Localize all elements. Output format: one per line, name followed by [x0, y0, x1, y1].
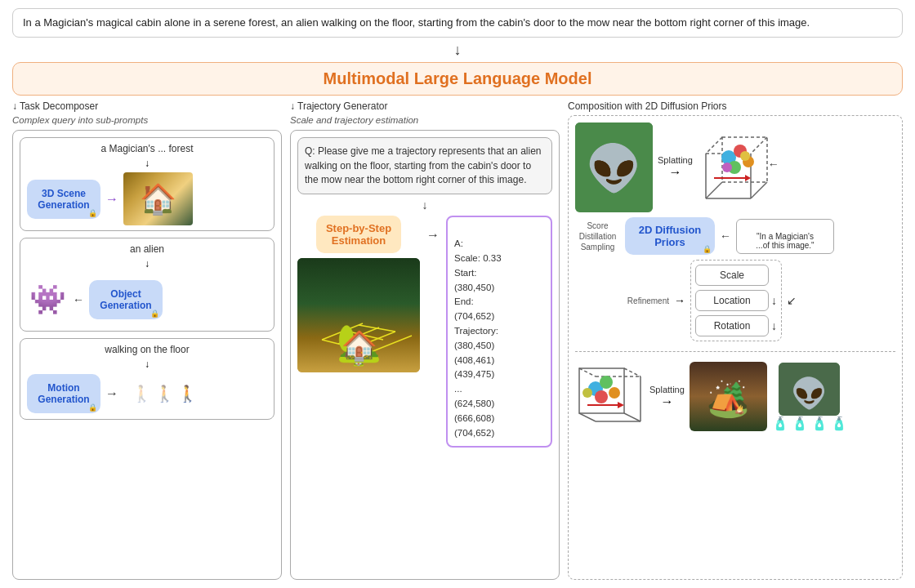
svg-text:🏕️: 🏕️	[707, 379, 750, 420]
svg-line-14	[751, 182, 767, 198]
bottles-row: 🧴 🧴 🧴 🧴	[772, 416, 847, 431]
answer-box: A: Scale: 0.33 Start: (380,450) End: (70…	[446, 216, 552, 447]
splatting-bottom-area: Splatting →	[649, 385, 685, 409]
svg-point-41	[595, 390, 608, 403]
scene-arrow: ↓	[27, 158, 267, 169]
top-text: In a Magician's magical cabin alone in a…	[23, 16, 810, 29]
right-bottom-area: Splatting →	[575, 362, 895, 431]
walker-1: 🚶	[132, 384, 152, 403]
svg-line-31	[624, 413, 640, 421]
arrow-left-alien: ←	[73, 293, 84, 306]
mid-left-area: Step-by-Step Estimation	[297, 216, 420, 372]
splatting-top-label: Splatting	[658, 155, 693, 165]
arrow-right-motion: →	[105, 386, 118, 401]
alien-arrow-down: ↓	[27, 258, 267, 270]
svg-line-2	[338, 327, 379, 344]
svg-text:🏡: 🏡	[353, 355, 364, 367]
bottle-3: 🧴	[811, 416, 828, 431]
score-distil-label: ScoreDistillationSampling	[575, 220, 620, 252]
query-text: Q: Please give me a trajectory represent…	[305, 145, 541, 185]
cube-svg-bottom	[575, 364, 645, 430]
alien-label: an alien	[27, 243, 267, 255]
svg-point-26	[740, 151, 750, 161]
walker-2: 🚶	[154, 384, 175, 403]
quote-box: "In a Magician's ...of this image."	[736, 219, 834, 254]
right-header: Composition with 2D Diffusion Priors	[568, 100, 903, 112]
diffusion-btn: 2D Diffusion Priors 🔒	[625, 217, 715, 255]
estimation-label2: Estimation	[332, 234, 386, 247]
svg-point-42	[582, 388, 592, 398]
alien-image: 👾	[27, 273, 68, 326]
alien-bottom-img: 👽	[779, 363, 840, 416]
alien-img-right: 👽	[575, 122, 653, 212]
scene-content: 3D Scene Generation 🔒 →	[27, 172, 267, 225]
svg-rect-0	[297, 258, 420, 372]
bottle-2: 🧴	[792, 416, 808, 431]
right-top-area: 👽 Splatting →	[575, 122, 895, 341]
scale-btn[interactable]: Scale	[695, 265, 769, 286]
bottle-1: 🧴	[772, 416, 788, 431]
svg-marker-37	[618, 402, 624, 408]
right-row2: ScoreDistillationSampling 2D Diffusion P…	[575, 217, 895, 255]
right-bordered: 👽 Splatting →	[568, 115, 903, 580]
rotation-row: Rotation ↓	[695, 315, 777, 336]
sub-prompt-motion: walking on the floor ↓ Motion Generation…	[20, 338, 274, 420]
lock-icon-2: 🔒	[150, 310, 159, 318]
forest-image: 🏡	[297, 258, 420, 372]
svg-point-40	[609, 387, 620, 399]
decomposer-header: ↓ Task Decomposer	[12, 100, 282, 112]
motion-content: Motion Generation 🔒 → 🚶 🚶 🚶	[27, 373, 267, 414]
bottle-4: 🧴	[831, 416, 847, 431]
left-sub-header: Complex query into sub-prompts	[12, 115, 282, 125]
svg-line-6	[342, 330, 383, 340]
splatting-top-area: Splatting →	[658, 155, 693, 180]
alien-svg: 👽	[575, 122, 653, 212]
scene-gen-btn: 3D Scene Generation 🔒	[27, 180, 100, 219]
svg-text:👽: 👽	[586, 142, 642, 195]
location-down-arrow: ↓	[771, 294, 777, 307]
main-container: In a Magician's magical cabin alone in a…	[0, 0, 915, 588]
mllm-label: Multimodal Large Language Model	[324, 69, 592, 87]
diffusion-label: 2D Diffusion	[639, 224, 702, 236]
svg-line-30	[624, 368, 640, 376]
location-btn[interactable]: Location	[695, 290, 769, 311]
left-bordered: a Magician's ... forest ↓ 3D Scene Gener…	[12, 130, 282, 580]
rotation-down-arrow: ↓	[771, 319, 777, 332]
refinement-arrow: →	[674, 294, 685, 307]
alien-bottom-svg: 👽	[779, 363, 840, 416]
traj-header: ↓ Trajectory Generator	[290, 100, 560, 112]
sub-prompt-alien: an alien ↓ 👾 ← Object Generation 🔒	[20, 238, 274, 332]
mid-sub-header: Scale and trajectory estimation	[290, 115, 560, 125]
controls-box: Scale Location ↓ Rotation ↓	[690, 260, 782, 341]
cabin-svg: 🏕️	[690, 362, 767, 431]
motion-label: walking on the floor	[27, 344, 267, 355]
quote-text: "In a Magician's ...of this image."	[756, 232, 814, 250]
svg-line-13	[751, 137, 767, 154]
columns-row: ↓ Task Decomposer Complex query into sub…	[12, 100, 903, 580]
right-row1: 👽 Splatting →	[575, 122, 895, 212]
mid-col: ↓ Trajectory Generator Scale and traject…	[290, 100, 560, 580]
mid-bottom-area: Step-by-Step Estimation	[297, 216, 552, 447]
mid-bordered: Q: Please give me a trajectory represent…	[290, 130, 560, 580]
rotation-btn[interactable]: Rotation	[695, 315, 769, 336]
lock-icon-diffusion: 🔒	[703, 245, 712, 253]
motion-gen-btn: Motion Generation 🔒	[27, 374, 100, 413]
traj-label: ↓ Trajectory Generator	[290, 100, 387, 112]
svg-marker-21	[745, 175, 751, 181]
answer-text: A: Scale: 0.33 Start: (380,450) End: (70…	[454, 238, 502, 438]
controls-back-arrow: ↙	[787, 294, 797, 307]
grid-overlay: 🏡	[297, 258, 420, 372]
location-row: Location ↓	[695, 290, 777, 311]
alien-right-bottom: 👽 🧴 🧴 🧴 🧴	[772, 363, 847, 431]
svg-line-32	[579, 413, 596, 421]
walkers-image: 🚶 🚶 🚶	[123, 373, 205, 414]
splatting-bottom-arrow: →	[660, 394, 673, 409]
svg-line-15	[706, 182, 722, 198]
arrow-purple-1: →	[105, 192, 118, 207]
cube-bottom	[575, 364, 645, 430]
estimation-label: Step-by-Step	[326, 222, 391, 234]
decomposer-label: ↓ Task Decomposer	[12, 100, 98, 112]
top-text-box: In a Magician's magical cabin alone in a…	[12, 8, 903, 38]
svg-text:👽: 👽	[791, 376, 828, 411]
estimation-box: Step-by-Step Estimation	[316, 216, 401, 253]
